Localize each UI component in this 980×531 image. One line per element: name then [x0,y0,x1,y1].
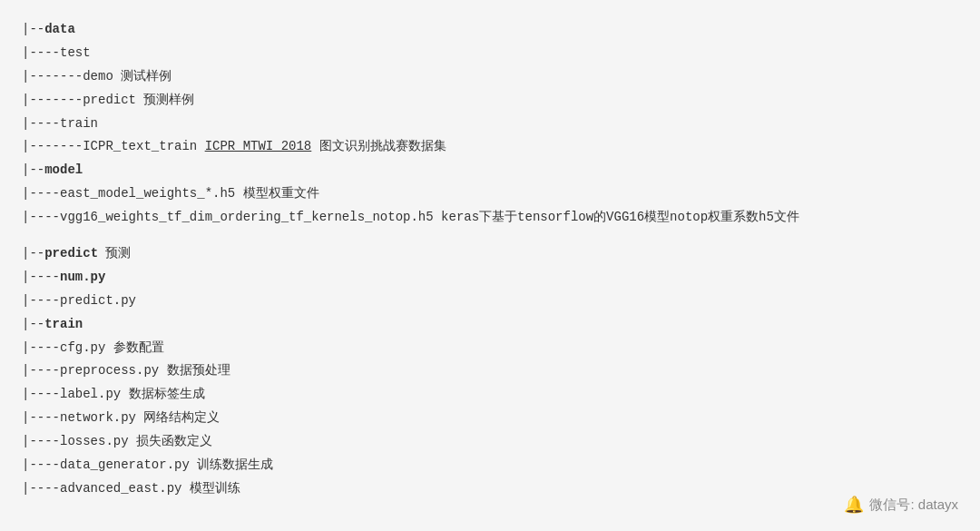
line-demo: |-------demo 测试样例 [22,65,958,89]
watermark-text: 微信号: datayx [869,497,958,514]
prefix-train: |-- [22,317,44,331]
text-icpr-suffix: 图文识别挑战赛数据集 [311,139,446,153]
text-preprocess: |----preprocess.py 数据预处理 [22,363,230,378]
line-data: |--data [22,18,958,42]
file-tree-container: |--data |----test |-------demo 测试样例 |---… [22,18,958,501]
prefix-model: |-- [22,162,44,177]
text-predict-py: |----predict.py [22,293,136,308]
text-vgg16: |----vgg16_weights_tf_dim_ordering_tf_ke… [22,210,799,224]
text-predict-data: |-------predict 预测样例 [22,93,194,107]
prefix-predict: |-- [22,246,44,261]
line-train: |--train [22,313,958,337]
text-data-generator: |----data_generator.py 训练数据生成 [22,457,273,472]
prefix-num: |---- [22,270,60,284]
line-east-weights: |----east_model_weights_*.h5 模型权重文件 [22,182,958,206]
label-predict: predict [44,246,98,261]
line-network: |----network.py 网络结构定义 [22,407,958,430]
text-losses: |----losses.py 损失函数定义 [22,434,212,448]
gap-1 [22,230,958,242]
line-cfg: |----cfg.py 参数配置 [22,337,958,360]
text-label: |----label.py 数据标签生成 [22,387,205,401]
line-icpr: |-------ICPR_text_train ICPR_MTWI_2018 图… [22,135,958,159]
text-demo: |-------demo 测试样例 [22,69,172,84]
text-test: |----test [22,45,91,60]
wechat-icon: 🔔 [844,495,864,515]
prefix-data: |-- [22,22,44,36]
line-model: |--model [22,159,958,182]
text-predict-label: 预测 [98,246,131,261]
line-predict-data: |-------predict 预测样例 [22,89,958,113]
line-data-generator: |----data_generator.py 训练数据生成 [22,454,958,477]
line-predict-py: |----predict.py [22,290,958,313]
label-num-py: num.py [60,270,105,284]
text-cfg: |----cfg.py 参数配置 [22,340,164,355]
line-num-py: |----num.py [22,266,958,290]
line-predict-dir: |--predict 预测 [22,242,958,266]
text-east-weights: |----east_model_weights_*.h5 模型权重文件 [22,186,319,201]
text-train-data: |----train [22,116,98,131]
text-advanced-east: |----advanced_east.py 模型训练 [22,481,240,496]
text-icpr-prefix: |-------ICPR_text_train [22,139,205,153]
line-label: |----label.py 数据标签生成 [22,383,958,407]
text-network: |----network.py 网络结构定义 [22,410,220,425]
text-icpr-link: ICPR_MTWI_2018 [205,139,312,153]
line-test: |----test [22,42,958,65]
line-train-data: |----train [22,113,958,136]
label-model: model [44,162,83,177]
watermark: 🔔 微信号: datayx [844,495,958,515]
line-losses: |----losses.py 损失函数定义 [22,430,958,454]
line-preprocess: |----preprocess.py 数据预处理 [22,359,958,383]
line-vgg16: |----vgg16_weights_tf_dim_ordering_tf_ke… [22,206,958,230]
label-train: train [44,317,83,331]
line-advanced-east: |----advanced_east.py 模型训练 [22,477,958,501]
label-data: data [44,22,75,36]
